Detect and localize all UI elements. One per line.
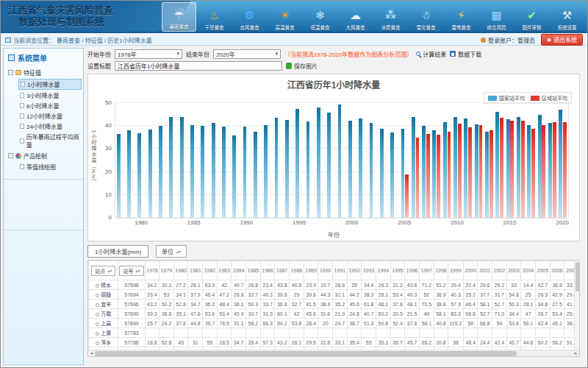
radio-icon[interactable] <box>96 332 99 336</box>
toolbar-item-综合风险[interactable]: ▦综合风险 <box>479 2 514 32</box>
value-cell <box>376 328 391 338</box>
toolbar-item-冰雹普查[interactable]: ⁂冰雹普查 <box>373 2 408 32</box>
x-axis-label: 年份 <box>328 230 340 238</box>
value-cell: 28.2 <box>536 357 551 358</box>
year-col-header: 2000 <box>463 261 478 280</box>
value-cell: 27.2 <box>290 357 304 358</box>
table-row[interactable]: 修水5759834.230.127.226.163.94240.726.823.… <box>89 280 579 290</box>
radio-icon[interactable] <box>96 284 99 288</box>
data-download-button[interactable]: 数据下载 <box>450 50 481 58</box>
sidebar-group-特征值[interactable]: −特征值 <box>4 67 83 78</box>
sidebar-item-等值线绘图[interactable]: 等值线绘图 <box>18 162 82 171</box>
sidebar-item-历年暴雨过程平均雨量[interactable]: 历年暴雨过程平均雨量 <box>18 132 82 149</box>
sidebar-item-1小时降水量[interactable]: 1小时降水量 <box>18 79 82 90</box>
toolbar-item-低温普查[interactable]: ❄低温普查 <box>303 2 337 32</box>
toolbar-item-暴雨普查[interactable]: ☔暴雨普查 <box>162 2 196 32</box>
station-name-cell[interactable]: 修水 <box>89 280 118 290</box>
horizontal-scrollbar[interactable]: ◄ ► <box>88 350 579 356</box>
value-cell <box>203 328 218 338</box>
toolbar-item-干旱普查[interactable]: ♨干旱普查 <box>197 2 232 32</box>
radio-icon[interactable] <box>96 303 99 307</box>
value-cell: 24.8 <box>347 309 362 319</box>
sidebar-group-产品绘制[interactable]: −产品绘制 <box>4 150 83 161</box>
sidebar-item-12小时降水量[interactable]: 12小时降水量 <box>18 111 82 121</box>
range-hint: （当前筛选1978-2020年数据作为图表分析范围） <box>284 50 412 58</box>
radio-icon[interactable] <box>96 342 99 345</box>
station-id-filter[interactable]: 站号 ▴▾ <box>119 266 143 276</box>
value-cell: 43.6 <box>405 280 420 290</box>
plot-area: 0102030405019801985199019952000200520102… <box>115 102 569 219</box>
expander-icon[interactable]: − <box>8 70 13 75</box>
app-window: 江西省气象灾害风险普查 数据处理与制图系统 ☔暴雨普查♨干旱普查⚙台风普查☀高温… <box>0 0 588 368</box>
value-cell: 31 <box>188 338 203 347</box>
table-row[interactable]: 分宜5779021.929.528.165.521.446.552.847.85… <box>89 357 579 358</box>
table-row[interactable]: 上高5769925.724.237.844.835.778.531.158.26… <box>89 319 579 328</box>
vertical-scrollbar-thumb[interactable] <box>576 262 579 291</box>
station-name-cell[interactable]: 萍乡 <box>89 338 118 347</box>
start-year-select[interactable]: 1978年 ▾ <box>115 49 182 59</box>
legend-item-区域站平均[interactable]: 区域站平均 <box>531 94 567 102</box>
value-cell: 30.8 <box>434 357 448 358</box>
radio-icon[interactable] <box>96 313 99 316</box>
logout-button[interactable]: ◉ 退出系统 <box>541 34 583 46</box>
calc-result-button[interactable]: 计算结果 <box>416 50 446 58</box>
breadcrumb[interactable]: 暴雨普查 / 特征值 / 历史1小时降水量 <box>57 36 152 44</box>
toolbar-item-台风普查[interactable]: ⚙台风普查 <box>232 2 267 32</box>
toolbar-item-大风普查[interactable]: ☁大风普查 <box>338 2 373 32</box>
value-cell: 21.9 <box>333 309 348 319</box>
station-name-cell[interactable]: 分宜 <box>89 357 118 358</box>
station-id-cell: 57690 <box>118 309 145 319</box>
value-cell: 54.2 <box>275 319 290 328</box>
radio-icon[interactable] <box>96 322 99 326</box>
chart-title-input[interactable] <box>115 61 282 71</box>
bar-区域站平均-2017 <box>531 129 535 218</box>
radio-icon[interactable] <box>96 294 99 297</box>
station-name-cell[interactable]: 万载 <box>89 309 118 319</box>
expander-icon[interactable]: − <box>8 153 13 158</box>
value-cell: 38.3 <box>362 290 376 300</box>
table-tab[interactable]: 1小时降水量(mm) <box>87 245 148 258</box>
year-col-header: 1987 <box>275 261 290 280</box>
sidebar-item-24小时降水量[interactable]: 24小时降水量 <box>18 121 82 131</box>
station-filter[interactable]: 站点 ▴▾ <box>91 266 115 276</box>
value-cell: 70.5 <box>419 300 434 309</box>
value-cell: 37.8 <box>405 319 420 328</box>
station-id-cell: 57598 <box>118 280 145 290</box>
table-row[interactable]: 铜鼓5769429.45334.137.946.447.226.832.746.… <box>89 290 579 300</box>
table-row[interactable]: 萍乡5778618.852.845315528.534.728.457.343.… <box>89 338 579 347</box>
value-cell: 28.7 <box>536 309 551 319</box>
unit-filter[interactable]: 单位 ▴▾ <box>156 245 187 258</box>
save-image-button[interactable]: 保存图片 <box>286 62 318 70</box>
chart-title: 江西省历年1小时降水量 <box>88 74 579 91</box>
scroll-right-arrow[interactable]: ► <box>573 350 579 357</box>
toolbar-item-高温普查[interactable]: ☀高温普查 <box>268 2 302 32</box>
table-row[interactable]: 上栗57783 <box>89 328 579 338</box>
sidebar-item-6小时降水量[interactable]: 6小时降水量 <box>18 101 82 110</box>
table-row[interactable]: 万载5769039.336.835.147.653.656.440.930.73… <box>89 309 579 319</box>
value-cell: 40.7 <box>362 309 376 319</box>
toolbar-item-雪灾普查[interactable]: ☃雪灾普查 <box>409 2 443 32</box>
year-col-header: 1978 <box>145 261 159 280</box>
value-cell: 27.2 <box>506 357 521 358</box>
x-tick-label: 2000 <box>345 219 359 226</box>
toolbar-item-雷电普查[interactable]: ⚡雷电普查 <box>444 2 478 32</box>
value-cell: 52.4 <box>390 319 405 328</box>
value-cell: 35.2 <box>333 300 348 309</box>
end-year-select[interactable]: 2020年 ▾ <box>213 49 281 59</box>
toolbar-item-图件审核[interactable]: ✔图件审核 <box>514 2 549 32</box>
vertical-scrollbar[interactable] <box>574 261 579 350</box>
station-name-cell[interactable]: 铜鼓 <box>89 290 118 300</box>
value-cell: 68.4 <box>478 357 492 358</box>
bar-国家站平均-1988 <box>222 127 226 218</box>
value-cell: 63.9 <box>203 280 218 290</box>
station-name-cell[interactable]: 宜丰 <box>89 300 118 309</box>
legend-item-国家站平均[interactable]: 国家站平均 <box>488 94 525 102</box>
sidebar-title-label: 系统菜单 <box>18 52 47 63</box>
sidebar-item-3小时降水量[interactable]: 3小时降水量 <box>18 91 82 100</box>
table-row[interactable]: 宜丰5769643.250.252.834.736.248.438.150.33… <box>89 300 579 309</box>
scroll-left-arrow[interactable]: ◄ <box>88 350 95 357</box>
station-name-cell[interactable]: 上栗 <box>89 328 118 338</box>
horizontal-scrollbar-thumb[interactable] <box>95 351 517 356</box>
station-name-cell[interactable]: 上高 <box>89 319 118 328</box>
toolbar-item-系统设置[interactable]: ⚒系统设置 <box>550 2 584 32</box>
